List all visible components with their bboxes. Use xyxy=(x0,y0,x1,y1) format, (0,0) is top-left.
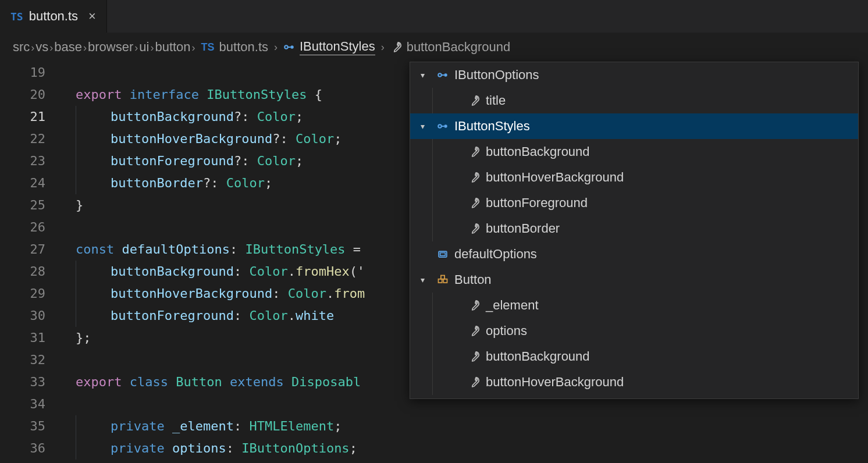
interface-icon xyxy=(283,41,295,53)
chevron-down-icon[interactable]: ▾ xyxy=(421,275,431,284)
chevron-down-icon[interactable] xyxy=(452,147,463,156)
breadcrumb-folder[interactable]: vs xyxy=(35,40,48,55)
breadcrumb-folder[interactable]: browser xyxy=(88,40,133,55)
property-icon xyxy=(468,376,480,388)
svg-point-0 xyxy=(284,45,288,49)
property-icon xyxy=(468,146,480,158)
svg-rect-12 xyxy=(443,279,447,283)
line-gutter: 192021222324252627282930313233343536 xyxy=(0,62,56,460)
svg-point-1 xyxy=(290,45,294,49)
property-icon xyxy=(468,325,480,337)
chevron-right-icon: › xyxy=(82,42,88,54)
outline-item[interactable]: _element xyxy=(410,293,858,318)
svg-point-4 xyxy=(444,73,447,77)
breadcrumb-outline-dropdown[interactable]: ▾IButtonOptions title▾IButtonStyles butt… xyxy=(410,62,859,399)
property-icon xyxy=(468,351,480,362)
svg-point-3 xyxy=(438,73,442,77)
breadcrumb-file[interactable]: TS button.ts xyxy=(201,40,268,55)
svg-rect-11 xyxy=(439,279,442,283)
property-icon xyxy=(390,41,402,53)
breadcrumb-folder[interactable]: base xyxy=(54,40,82,55)
chevron-right-icon: › xyxy=(191,42,197,54)
breadcrumb-folder[interactable]: button xyxy=(155,40,190,55)
svg-rect-13 xyxy=(441,276,444,279)
constant-icon xyxy=(437,248,449,260)
editor-tab[interactable]: TS button.ts × xyxy=(0,0,107,33)
chevron-down-icon[interactable]: ▾ xyxy=(421,70,431,80)
chevron-down-icon[interactable] xyxy=(452,96,463,105)
outline-item[interactable]: ▾Button xyxy=(410,267,858,293)
chevron-right-icon: › xyxy=(30,42,35,54)
code-editor[interactable]: 192021222324252627282930313233343536 exp… xyxy=(0,62,868,463)
outline-item[interactable]: ▾IButtonStyles xyxy=(410,113,858,139)
breadcrumb-folder[interactable]: src xyxy=(13,40,30,55)
outline-item-label: defaultOptions xyxy=(454,247,537,262)
chevron-right-icon: › xyxy=(380,41,386,54)
chevron-down-icon[interactable] xyxy=(452,198,463,208)
outline-item[interactable]: title xyxy=(410,88,858,113)
outline-item-label: Button xyxy=(454,272,492,287)
outline-item[interactable]: buttonHoverBackground xyxy=(410,165,858,190)
chevron-down-icon[interactable] xyxy=(452,352,463,361)
breadcrumb-symbol-property[interactable]: buttonBackground xyxy=(390,40,511,55)
chevron-right-icon: › xyxy=(273,41,279,54)
svg-point-6 xyxy=(438,124,442,128)
interface-icon xyxy=(437,120,449,132)
tab-filename: button.ts xyxy=(29,9,78,24)
chevron-down-icon[interactable] xyxy=(452,224,463,233)
outline-item-label: buttonBackground xyxy=(486,144,590,159)
outline-item[interactable]: ▾IButtonOptions xyxy=(410,62,858,88)
outline-item[interactable]: buttonBackground xyxy=(410,344,858,369)
outline-item-label: IButtonStyles xyxy=(454,119,530,134)
outline-item-label: title xyxy=(486,93,506,108)
svg-rect-10 xyxy=(440,253,446,256)
typescript-icon: TS xyxy=(201,41,215,54)
property-icon xyxy=(468,223,480,234)
chevron-right-icon: › xyxy=(48,42,54,54)
chevron-down-icon[interactable] xyxy=(452,377,463,387)
outline-item[interactable]: buttonBackground xyxy=(410,139,858,165)
breadcrumb-folder[interactable]: ui xyxy=(139,40,149,55)
property-icon xyxy=(468,300,480,311)
outline-item-label: buttonBorder xyxy=(486,221,560,236)
chevron-down-icon[interactable] xyxy=(421,250,431,259)
chevron-down-icon[interactable] xyxy=(452,326,463,336)
property-icon xyxy=(468,197,480,209)
outline-item-label: options xyxy=(486,323,527,339)
outline-item[interactable]: defaultOptions xyxy=(410,241,858,267)
property-icon xyxy=(468,95,480,106)
outline-item-label: buttonHoverBackground xyxy=(486,170,624,185)
outline-item-label: buttonForeground xyxy=(486,195,588,211)
property-icon xyxy=(468,172,480,183)
typescript-icon: TS xyxy=(10,10,23,23)
svg-point-7 xyxy=(444,124,447,128)
chevron-down-icon[interactable]: ▾ xyxy=(421,122,431,131)
editor-tabbar: TS button.ts × xyxy=(0,0,868,33)
chevron-down-icon[interactable] xyxy=(452,301,463,310)
outline-item[interactable]: buttonBorder xyxy=(410,216,858,241)
outline-item-label: _element xyxy=(486,298,539,313)
outline-item-label: buttonBackground xyxy=(486,349,590,364)
chevron-down-icon[interactable] xyxy=(452,173,463,182)
breadcrumb-symbol-interface[interactable]: IButtonStyles xyxy=(283,39,375,55)
outline-item[interactable]: options xyxy=(410,318,858,344)
close-icon[interactable]: × xyxy=(88,9,96,24)
interface-icon xyxy=(437,69,449,81)
class-icon xyxy=(437,274,449,286)
breadcrumb: src›vs›base›browser›ui›button› TS button… xyxy=(0,33,868,62)
chevron-right-icon: › xyxy=(149,42,155,54)
outline-item[interactable]: buttonForeground xyxy=(410,190,858,216)
outline-item-label: IButtonOptions xyxy=(454,67,539,83)
outline-item-label: buttonHoverBackground xyxy=(486,375,624,390)
outline-item[interactable]: buttonHoverBackground xyxy=(410,369,858,395)
chevron-right-icon: › xyxy=(133,42,139,54)
